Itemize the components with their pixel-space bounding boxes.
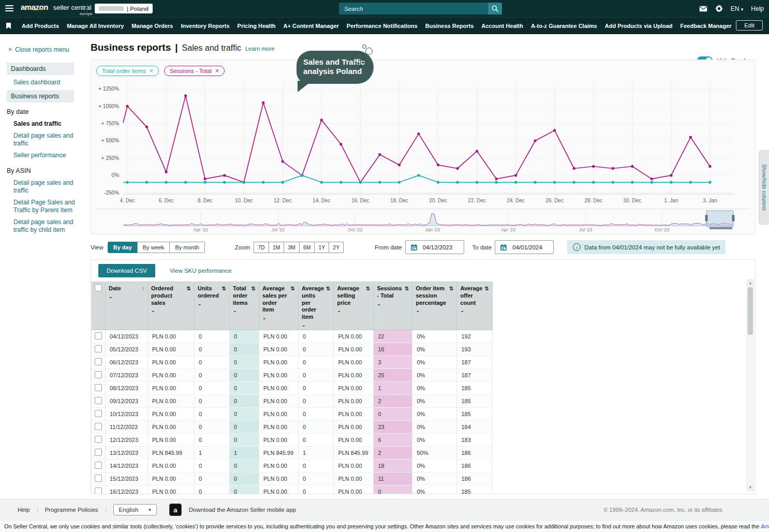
row-checkbox[interactable] [95, 436, 102, 443]
nav-item-performance-notifications[interactable]: Performance Notifications [347, 23, 418, 29]
sidebar-item-detail-page-sales-and-traffic-by-child-item[interactable]: Detail page sales and traffic by child i… [13, 216, 79, 236]
column-header-average-selling-price[interactable]: Average selling price⇅⌄ [334, 282, 374, 330]
row-checkbox[interactable] [95, 449, 102, 456]
learn-more-link[interactable]: Learn more [245, 46, 274, 52]
sidebar-item-detail-page-sales-and-traffic-by-parent-item[interactable]: Detail Page Sales and Traffic by Parent … [13, 197, 79, 216]
filter-chevron-icon[interactable]: ⌄ [337, 308, 370, 313]
zoom-6m[interactable]: 6M [299, 242, 315, 253]
sort-icon[interactable]: ⇅ [405, 286, 409, 291]
filter-chevron-icon[interactable]: ⌄ [109, 294, 144, 299]
row-checkbox[interactable] [95, 487, 102, 494]
nav-item-business-reports[interactable]: Business Reports [425, 23, 474, 29]
row-checkbox[interactable] [95, 397, 102, 404]
edit-nav-button[interactable]: Edit [736, 20, 763, 31]
sort-icon[interactable]: ⇅ [252, 286, 256, 291]
nav-item-feedback-manager[interactable]: Feedback Manager [681, 23, 732, 29]
gear-icon[interactable] [715, 5, 723, 12]
column-header-sessions-total[interactable]: Sessions - Total⇅⌄ [374, 282, 412, 330]
nav-item-account-health[interactable]: Account Health [481, 23, 523, 29]
zoom-7d[interactable]: 7D [254, 242, 269, 253]
zoom-1m[interactable]: 1M [269, 242, 285, 253]
nav-item-a-content-manager[interactable]: A+ Content Manager [284, 23, 339, 29]
view-sku-performance-link[interactable]: View SKU performance [170, 268, 231, 274]
date-range-overview-chart[interactable]: Apr '22Jul '22Oct '22Jan '23Apr '23Jul '… [96, 209, 750, 233]
download-app-link[interactable]: Download the Amazon Seller mobile app [189, 507, 296, 513]
column-header-date[interactable]: Date↑⌄ [106, 282, 148, 330]
filter-chevron-icon[interactable]: ⌄ [377, 302, 409, 306]
filter-chevron-icon[interactable]: ⌄ [262, 316, 295, 320]
scrollbar-thumb[interactable] [748, 287, 753, 335]
remove-metric-icon[interactable]: × [215, 68, 219, 74]
nav-item-a-to-z-guarantee-claims[interactable]: A-to-z Guarantee Claims [531, 23, 597, 29]
range-scroll-thumb[interactable] [709, 227, 732, 229]
nav-item-pricing-health[interactable]: Pricing Health [238, 23, 276, 29]
sort-asc-icon[interactable]: ↑ [142, 286, 144, 291]
column-header-average-sales-per-order-item[interactable]: Average sales per order item⇅⌄ [259, 282, 299, 330]
help-link[interactable]: Help [751, 5, 764, 12]
hamburger-menu-icon[interactable] [5, 5, 13, 11]
column-header-total-order-items[interactable]: Total order items⇅⌄ [230, 282, 259, 330]
filter-chevron-icon[interactable]: ⌄ [198, 302, 226, 306]
row-checkbox[interactable] [95, 345, 102, 352]
footer-help-link[interactable]: Help [18, 507, 30, 513]
sort-icon[interactable]: ⇅ [484, 286, 489, 291]
sort-icon[interactable]: ⇅ [366, 286, 370, 291]
sidebar-item-seller-performance[interactable]: Seller performance [13, 150, 79, 161]
language-menu[interactable]: EN ▾ [731, 5, 744, 12]
search-input[interactable] [339, 3, 488, 14]
from-date-field[interactable] [405, 240, 464, 254]
row-checkbox[interactable] [95, 423, 102, 430]
nav-item-add-products-via-upload[interactable]: Add Products via Upload [605, 23, 673, 29]
to-date-field[interactable] [495, 240, 554, 254]
sort-icon[interactable]: ⇅ [222, 286, 226, 291]
range-handle-left[interactable] [705, 215, 708, 221]
footer-policies-link[interactable]: Programme Policies [45, 507, 98, 513]
to-date-input[interactable] [511, 244, 549, 251]
bookmark-icon[interactable] [6, 23, 11, 29]
select-all-checkbox[interactable] [95, 284, 102, 291]
mail-icon[interactable] [699, 6, 707, 12]
range-handle-right[interactable] [732, 215, 734, 221]
scroll-up-button[interactable]: ▲ [747, 280, 753, 286]
filter-chevron-icon[interactable]: ⌄ [460, 308, 489, 313]
sort-icon[interactable]: ⇅ [326, 286, 330, 291]
download-csv-button[interactable]: Download CSV [98, 264, 155, 277]
zoom-2y[interactable]: 2Y [329, 242, 344, 253]
scroll-down-button[interactable]: ▼ [747, 484, 753, 491]
column-header-ordered-product-sales[interactable]: Ordered product sales⇅⌄ [148, 282, 195, 330]
close-reports-menu[interactable]: × Close reports menu [8, 46, 83, 53]
nav-item-manage-orders[interactable]: Manage Orders [131, 23, 173, 29]
row-checkbox[interactable] [95, 371, 102, 378]
filter-chevron-icon[interactable]: ⌄ [151, 308, 191, 313]
column-header-units-ordered[interactable]: Units ordered⇅⌄ [195, 282, 230, 330]
row-checkbox[interactable] [95, 384, 102, 391]
cookies-notice-link[interactable]: Amazon Cookies Notice. [761, 523, 769, 529]
search-button[interactable] [488, 3, 502, 14]
remove-metric-icon[interactable]: × [150, 68, 153, 74]
show-hide-columns-tab[interactable]: Show/hide columns [759, 150, 769, 225]
table-scrollbar[interactable]: ▲ ▼ [747, 279, 754, 491]
view-by-week[interactable]: By week [137, 242, 170, 253]
zoom-3m[interactable]: 3M [284, 242, 300, 253]
nav-item-add-products[interactable]: Add Products [22, 23, 59, 29]
zoom-1y[interactable]: 1Y [314, 242, 329, 253]
sidebar-item-sales-and-traffic[interactable]: Sales and traffic [13, 118, 79, 130]
language-select[interactable]: English ▾ [113, 504, 157, 515]
row-checkbox[interactable] [95, 332, 102, 339]
nav-item-manage-all-inventory[interactable]: Manage All Inventory [67, 23, 124, 29]
filter-chevron-icon[interactable]: ⌄ [302, 323, 330, 328]
sidebar-item-sales-dashboard[interactable]: Sales dashboard [13, 77, 79, 88]
column-header-average-offer-count[interactable]: Average offer count⇅⌄ [457, 282, 492, 330]
row-checkbox[interactable] [95, 358, 102, 365]
sort-icon[interactable]: ⇅ [187, 286, 191, 291]
row-checkbox[interactable] [95, 410, 102, 417]
sort-icon[interactable]: ⇅ [291, 286, 295, 291]
view-by-day[interactable]: By day [108, 242, 138, 253]
view-by-month[interactable]: By month [169, 242, 204, 253]
nav-item-inventory-reports[interactable]: Inventory Reports [181, 23, 229, 29]
row-checkbox[interactable] [95, 475, 102, 482]
sidebar-item-detail-page-sales-and-traffic[interactable]: Detail page sales and traffic [13, 177, 79, 197]
range-selection[interactable] [706, 211, 733, 227]
filter-chevron-icon[interactable]: ⌄ [233, 308, 256, 313]
marketplace-selector[interactable]: | Poland [95, 4, 153, 13]
